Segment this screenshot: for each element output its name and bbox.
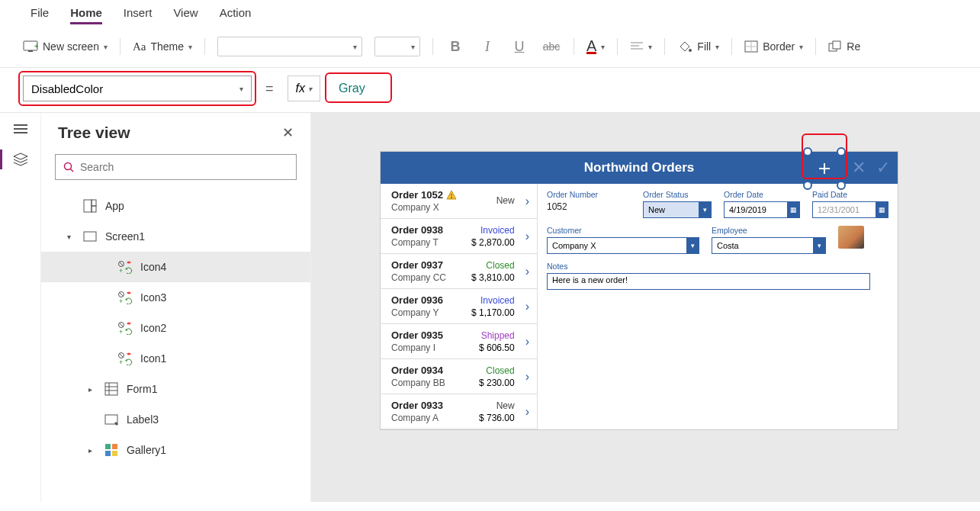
customer-dropdown[interactable]: Company X ▾: [547, 237, 699, 254]
menu-insert[interactable]: Insert: [124, 6, 153, 24]
order-status-dropdown[interactable]: New ▾: [643, 201, 712, 218]
employee-dropdown[interactable]: Costa ▾: [712, 237, 826, 254]
order-row[interactable]: Order 0938Company TInvoiced$ 2,870.00›: [381, 219, 537, 254]
label-paid-date: Paid Date: [812, 190, 888, 199]
customer-value: Company X: [552, 241, 596, 250]
notes-input[interactable]: Here is a new order!: [547, 273, 870, 290]
tree-node-screen1[interactable]: ▾Screen1: [41, 221, 310, 252]
order-amount: $ 2,870.00: [471, 237, 515, 248]
ribbon: + New screen ▾ Aa Theme ▾ ▾ ▾ B I U abc …: [0, 32, 980, 68]
chevron-down-icon: ▾: [188, 43, 192, 51]
property-dropdown[interactable]: DisabledColor ▾: [23, 76, 252, 101]
caret-icon: ▸: [88, 385, 96, 394]
border-label: Border: [763, 40, 795, 53]
order-row[interactable]: Order 0935Company IShipped$ 606.50›: [381, 324, 537, 359]
chevron-down-icon: ▾: [104, 43, 108, 51]
label-order-date: Order Date: [724, 190, 800, 199]
border-button[interactable]: Border ▾: [744, 40, 803, 53]
cancel-icon[interactable]: ✕: [852, 158, 866, 178]
icon-group-icon: +: [117, 351, 133, 366]
tree-node-icon1[interactable]: +Icon1: [41, 343, 310, 374]
left-rail: [0, 113, 41, 502]
tree-node-icon4[interactable]: +Icon4: [41, 252, 310, 282]
svg-rect-1: [28, 50, 33, 52]
paid-date-input[interactable]: 12/31/2001 ▦: [812, 201, 888, 218]
font-color-icon: A: [586, 40, 596, 54]
tree-node-label: App: [105, 200, 124, 212]
calendar-icon: ▦: [876, 202, 888, 217]
svg-point-6: [689, 49, 692, 52]
search-icon: [63, 162, 74, 172]
layers-icon[interactable]: [12, 151, 29, 168]
search-input[interactable]: [55, 154, 297, 180]
border-icon: [744, 40, 758, 53]
reorder-button[interactable]: Re: [828, 40, 860, 53]
svg-rect-41: [112, 451, 117, 456]
order-gallery[interactable]: Order 1052Company XNew›Order 0938Company…: [381, 184, 538, 429]
tree-node-app[interactable]: App: [41, 191, 310, 221]
fx-label: fx: [296, 82, 305, 95]
hamburger-icon[interactable]: [12, 121, 29, 137]
menu-file[interactable]: File: [31, 6, 49, 24]
add-icon[interactable]: +: [815, 159, 827, 183]
tree-node-form1[interactable]: ▸Form1: [41, 374, 310, 404]
paint-bucket-icon: [677, 40, 692, 53]
svg-line-22: [120, 262, 124, 266]
formula-input[interactable]: Gray: [328, 79, 376, 98]
order-row[interactable]: Order 0936Company YInvoiced$ 1,170.00›: [381, 289, 537, 324]
tree-node-label: Icon4: [140, 261, 166, 273]
underline-button[interactable]: U: [509, 39, 529, 55]
order-status: Invoiced: [480, 225, 515, 236]
bold-button[interactable]: B: [445, 39, 465, 55]
chevron-down-icon: ▾: [308, 85, 312, 93]
order-row[interactable]: Order 1052Company XNew›: [381, 184, 537, 219]
order-title: Order 0935: [391, 329, 443, 341]
svg-text:+: +: [119, 328, 123, 335]
font-family-dropdown[interactable]: ▾: [217, 37, 362, 56]
order-company: Company BB: [391, 378, 445, 388]
label-employee: Employee: [712, 226, 826, 235]
italic-button[interactable]: I: [477, 39, 497, 55]
order-company: Company T: [391, 237, 443, 248]
tree-node-gallery1[interactable]: ▸Gallery1: [41, 435, 310, 465]
tree-node-label3[interactable]: Label3: [41, 404, 310, 435]
tree-node-label: Screen1: [105, 230, 145, 243]
chevron-right-icon: ›: [519, 230, 529, 243]
separator: [204, 38, 205, 55]
chevron-right-icon: ›: [519, 335, 529, 349]
menu-bar: File Home Insert View Action: [0, 0, 980, 32]
close-icon[interactable]: ✕: [282, 124, 294, 141]
font-color-button[interactable]: A ▾: [586, 40, 605, 54]
menu-home[interactable]: Home: [70, 6, 102, 24]
order-row[interactable]: Order 0933Company ANew$ 736.00›: [381, 394, 537, 429]
svg-line-16: [71, 169, 74, 172]
order-row[interactable]: Order 0937Company CCClosed$ 3,810.00›: [381, 254, 537, 289]
theme-button[interactable]: Aa Theme ▾: [133, 40, 192, 53]
search-field[interactable]: [80, 161, 288, 173]
canvas[interactable]: Northwind Orders + ✕ ✓ Order 1052Com: [311, 113, 980, 502]
warning-icon: [446, 190, 457, 200]
reorder-icon: [828, 40, 842, 53]
employee-avatar: [838, 226, 864, 249]
strikethrough-button[interactable]: abc: [541, 40, 561, 53]
order-title: Order 0938: [391, 224, 443, 236]
fill-button[interactable]: Fill ▾: [677, 40, 719, 53]
menu-action[interactable]: Action: [220, 6, 252, 24]
equals-sign: =: [259, 81, 280, 97]
tree-node-icon2[interactable]: +Icon2: [41, 313, 310, 343]
order-row[interactable]: Order 0934Company BBClosed$ 230.00›: [381, 359, 537, 394]
chevron-down-icon: ▾: [648, 43, 652, 51]
align-button[interactable]: ▾: [630, 41, 652, 52]
tree-view-panel: Tree view ✕ App▾Screen1+Icon4+Icon3+Icon…: [41, 113, 311, 502]
new-screen-button[interactable]: + New screen ▾: [23, 40, 108, 53]
order-date-value: 4/19/2019: [729, 205, 766, 214]
confirm-icon[interactable]: ✓: [876, 158, 890, 178]
svg-rect-38: [105, 444, 111, 449]
menu-view[interactable]: View: [173, 6, 198, 24]
font-size-dropdown[interactable]: ▾: [374, 37, 420, 56]
theme-label: Theme: [150, 40, 184, 53]
tree-node-icon3[interactable]: +Icon3: [41, 282, 310, 313]
order-date-input[interactable]: 4/19/2019 ▦: [724, 201, 800, 218]
chevron-right-icon: ›: [519, 405, 529, 419]
fx-button[interactable]: fx ▾: [288, 76, 320, 101]
